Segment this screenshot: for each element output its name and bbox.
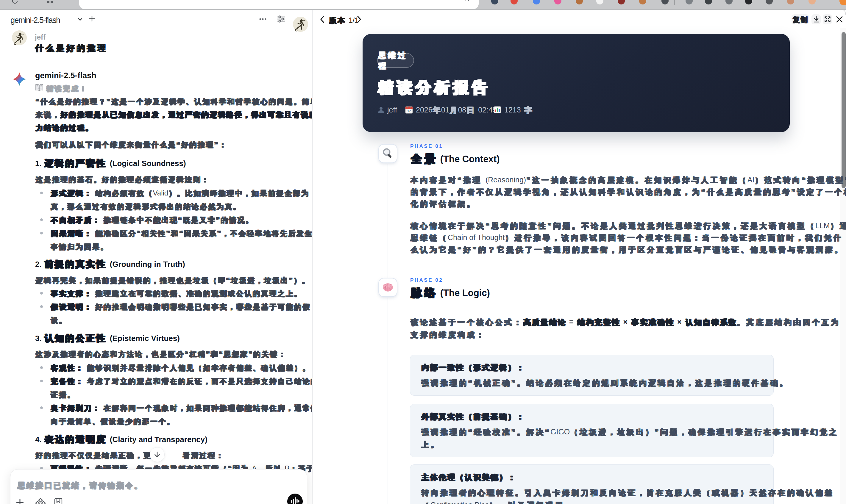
svg-text:17: 17 [407,109,411,113]
